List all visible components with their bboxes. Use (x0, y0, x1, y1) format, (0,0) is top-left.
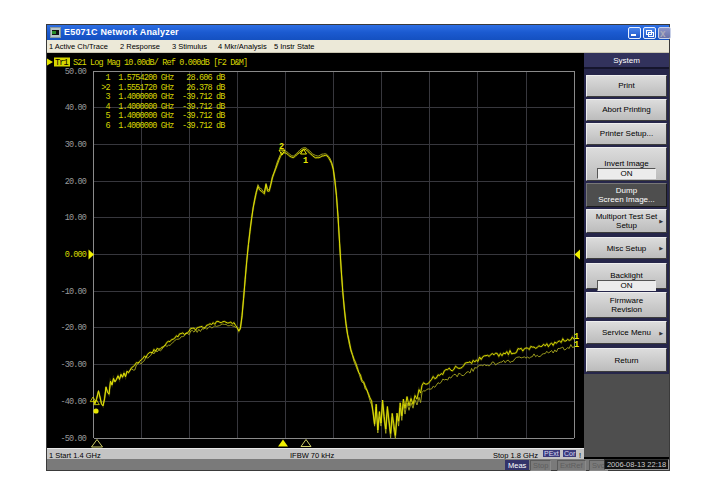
svg-text:1 1.5754200 GHz 28.606 dB: 1 1.5754200 GHz 28.606 dB (97, 73, 225, 83)
svg-text:0.000: 0.000 (65, 250, 87, 260)
svg-text:6 1.4000000 GHz -39.712 dB: 6 1.4000000 GHz -39.712 dB (97, 121, 225, 131)
svg-text:1: 1 (303, 156, 308, 166)
svg-text:40.00: 40.00 (65, 103, 87, 113)
svg-text:-40.00: -40.00 (60, 397, 86, 407)
svg-text:Tr1: Tr1 (55, 58, 69, 68)
svg-text:4 1.4000000 GHz -39.712 dB: 4 1.4000000 GHz -39.712 dB (97, 102, 225, 112)
svg-text:-10.00: -10.00 (60, 287, 86, 297)
svg-text:-50.00: -50.00 (60, 434, 86, 444)
svg-text:20.00: 20.00 (65, 177, 87, 187)
svg-text:30.00: 30.00 (65, 140, 87, 150)
svg-text:S21 Log Mag 10.00dB/ Ref 0.000: S21 Log Mag 10.00dB/ Ref 0.000dB [F2 D&M… (73, 58, 247, 68)
svg-text:-20.00: -20.00 (60, 323, 86, 333)
svg-text:1: 1 (574, 340, 579, 350)
svg-text:10.00: 10.00 (65, 213, 87, 223)
svg-text:-30.00: -30.00 (60, 360, 86, 370)
svg-text:50.00: 50.00 (65, 67, 87, 77)
